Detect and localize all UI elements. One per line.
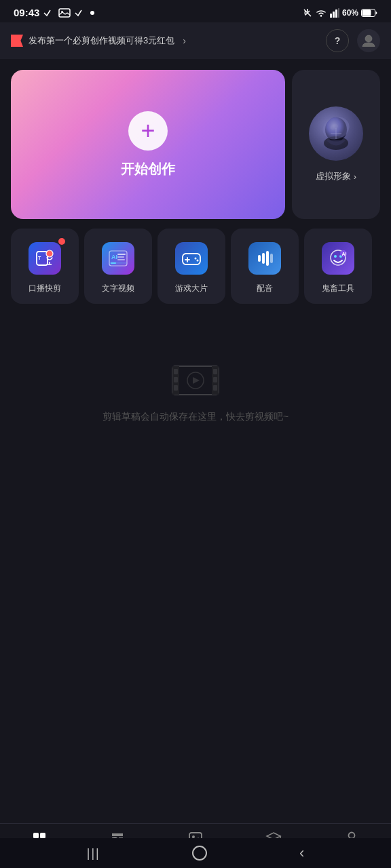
tool-item-1[interactable]: T 口播快剪 bbox=[11, 229, 79, 304]
svg-rect-6 bbox=[333, 12, 335, 18]
svg-rect-51 bbox=[213, 385, 217, 391]
avatar-figure bbox=[309, 106, 363, 161]
svg-rect-8 bbox=[338, 8, 339, 18]
guichu-svg: AI bbox=[328, 248, 348, 269]
tool-item-2[interactable]: AI 文字视频 bbox=[84, 229, 152, 304]
status-bar: 09:43 60 bbox=[0, 0, 391, 22]
sys-nav-recent[interactable]: ||| bbox=[87, 846, 100, 861]
svg-point-13 bbox=[329, 123, 339, 131]
audio-svg bbox=[255, 248, 275, 269]
banner-right: ? bbox=[326, 29, 380, 52]
avatar-label-text: 虚拟形象 bbox=[316, 170, 351, 182]
tool-icon-wrap-1: T bbox=[27, 241, 62, 276]
tool-icon-wrap-2: AI bbox=[100, 241, 136, 276]
svg-rect-48 bbox=[174, 385, 178, 391]
audio-icon bbox=[248, 242, 281, 275]
image-icon bbox=[58, 8, 71, 18]
svg-point-11 bbox=[365, 35, 372, 42]
svg-rect-47 bbox=[174, 377, 178, 382]
empty-state: 剪辑草稿会自动保存在这里，快去剪视频吧~ bbox=[11, 307, 380, 450]
banner-left: 发布第一个必剪创作视频可得3元红包 › bbox=[11, 35, 186, 47]
svg-text:T: T bbox=[38, 256, 41, 260]
tool-label-3: 游戏大片 bbox=[175, 283, 208, 294]
film-icon bbox=[171, 361, 220, 400]
svg-rect-0 bbox=[59, 9, 70, 17]
svg-rect-26 bbox=[117, 259, 125, 260]
dot-icon bbox=[90, 10, 95, 16]
signal-icon bbox=[330, 8, 339, 18]
svg-rect-24 bbox=[117, 254, 126, 255]
svg-rect-10 bbox=[362, 9, 371, 16]
wenzi-svg: AI bbox=[108, 248, 128, 269]
tool-label-5: 鬼畜工具 bbox=[322, 283, 354, 294]
create-label: 开始创作 bbox=[121, 160, 175, 178]
svg-rect-54 bbox=[33, 833, 39, 838]
svg-rect-29 bbox=[183, 254, 200, 264]
promo-banner[interactable]: 发布第一个必剪创作视频可得3元红包 › ? bbox=[0, 22, 391, 59]
battery-text: 60% bbox=[342, 8, 358, 18]
svg-point-33 bbox=[197, 260, 199, 262]
svg-marker-53 bbox=[193, 377, 200, 384]
tools-row: T 口播快剪 AI bbox=[11, 229, 380, 307]
tool-label-1: 口播快剪 bbox=[29, 283, 61, 294]
avatar-arrow: › bbox=[354, 172, 356, 182]
svg-text:AI: AI bbox=[342, 252, 347, 256]
sys-nav-home[interactable] bbox=[192, 846, 207, 861]
koubo-icon: T bbox=[29, 242, 61, 275]
svg-rect-7 bbox=[335, 9, 337, 18]
new-badge-1 bbox=[58, 238, 65, 245]
svg-rect-37 bbox=[270, 254, 273, 263]
profile-button[interactable] bbox=[357, 29, 380, 52]
question-icon: ? bbox=[335, 35, 341, 46]
guichu-icon: AI bbox=[322, 242, 354, 275]
flag-icon bbox=[11, 35, 23, 47]
svg-rect-46 bbox=[174, 369, 178, 374]
avatar-3d-icon bbox=[316, 113, 356, 154]
plus-icon: + bbox=[141, 119, 155, 143]
mute-icon bbox=[303, 8, 312, 18]
svg-text:AI: AI bbox=[111, 254, 117, 260]
status-time: 09:43 bbox=[14, 7, 39, 18]
svg-rect-36 bbox=[266, 251, 269, 266]
tool-icon-wrap-4 bbox=[247, 241, 282, 276]
tool-item-4[interactable]: 配音 bbox=[231, 229, 299, 304]
svg-rect-35 bbox=[262, 253, 265, 264]
main-content: + 开始创作 bbox=[0, 59, 391, 450]
system-nav-bar: ||| ‹ bbox=[0, 838, 391, 868]
svg-rect-50 bbox=[213, 377, 217, 382]
svg-point-4 bbox=[320, 15, 322, 16]
svg-point-39 bbox=[334, 255, 337, 258]
svg-rect-25 bbox=[117, 256, 124, 258]
status-left: 09:43 bbox=[14, 7, 95, 18]
svg-rect-5 bbox=[330, 14, 332, 18]
game-svg bbox=[181, 248, 202, 269]
avatar-label: 虚拟形象 › bbox=[316, 170, 356, 182]
sys-nav-back[interactable]: ‹ bbox=[299, 844, 304, 862]
help-button[interactable]: ? bbox=[326, 29, 349, 52]
svg-rect-49 bbox=[213, 369, 217, 374]
wifi-icon bbox=[315, 8, 327, 18]
empty-text: 剪辑草稿会自动保存在这里，快去剪视频吧~ bbox=[103, 411, 288, 423]
tool-item-5[interactable]: AI 鬼畜工具 bbox=[304, 229, 372, 304]
banner-text: 发布第一个必剪创作视频可得3元红包 bbox=[29, 35, 174, 47]
koubo-svg: T bbox=[35, 248, 55, 269]
tool-icon-wrap-3 bbox=[174, 241, 209, 276]
create-card[interactable]: + 开始创作 bbox=[11, 70, 285, 219]
svg-rect-34 bbox=[258, 255, 261, 262]
create-plus-button[interactable]: + bbox=[128, 111, 168, 151]
spacer bbox=[0, 450, 391, 532]
svg-rect-55 bbox=[40, 833, 45, 838]
svg-point-32 bbox=[195, 258, 197, 260]
avatar-card[interactable]: 虚拟形象 › bbox=[292, 70, 380, 219]
avatar-icon bbox=[361, 33, 376, 48]
tool-label-4: 配音 bbox=[257, 283, 273, 294]
tool-item-3[interactable]: 游戏大片 bbox=[157, 229, 225, 304]
svg-point-2 bbox=[90, 11, 94, 15]
checkmark2-icon bbox=[75, 9, 86, 17]
banner-arrow: › bbox=[183, 35, 186, 46]
game-icon bbox=[175, 242, 208, 275]
tool-icon-wrap-5: AI bbox=[320, 241, 356, 276]
wenzi-icon: AI bbox=[102, 242, 134, 275]
checkmark-icon bbox=[43, 9, 54, 17]
hero-row: + 开始创作 bbox=[11, 70, 380, 219]
